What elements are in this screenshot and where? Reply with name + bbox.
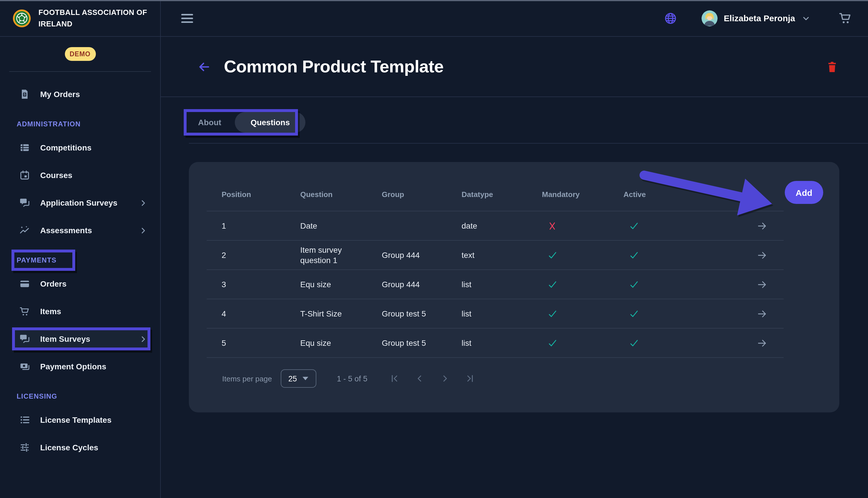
column-header-group: Group (367, 190, 447, 199)
pagination-range: 1 - 5 of 5 (337, 374, 367, 383)
items-per-page-label: Items per page (222, 374, 272, 383)
mandatory-x-icon (548, 221, 557, 231)
open-row-button[interactable] (757, 250, 768, 261)
cell-mandatory (527, 338, 609, 348)
globe-icon (664, 11, 677, 25)
cell-active (609, 309, 690, 318)
table-row[interactable]: 1 Date date (207, 211, 784, 241)
next-page-button[interactable] (440, 374, 450, 384)
cell-open (690, 279, 784, 290)
sidebar-item-license-cycles[interactable]: License Cycles (0, 434, 160, 461)
sidebar-item-items[interactable]: Items (0, 298, 160, 325)
sidebar-item-label: Assessments (40, 226, 92, 235)
mandatory-check-icon (548, 250, 557, 260)
add-question-button[interactable]: Add (785, 181, 823, 204)
cell-open (690, 338, 784, 349)
language-button[interactable] (664, 11, 677, 25)
sidebar-divider (9, 71, 151, 72)
table-row[interactable]: 3 Equ size Group 444 list (207, 270, 784, 299)
back-button[interactable] (198, 60, 211, 73)
sidebar-item-label: Payment Options (40, 362, 106, 371)
sliders-icon (19, 442, 30, 453)
column-header-position: Position (207, 190, 285, 199)
section-header-administration: ADMINISTRATION (0, 119, 160, 128)
page-body: DEMO $ My Orders ADMINISTRATION (0, 37, 868, 498)
first-page-button[interactable] (389, 374, 399, 384)
open-row-button[interactable] (757, 338, 768, 349)
cell-datatype: text (447, 250, 527, 260)
tabs-row: About Questions (161, 97, 868, 143)
trash-icon (827, 61, 838, 73)
page-size-select[interactable]: 25 (281, 369, 316, 388)
sidebar-item-label: License Cycles (40, 443, 98, 452)
sidebar-item-assessments[interactable]: Assessments (0, 217, 160, 244)
demo-badge: DEMO (65, 47, 96, 61)
receipt-dollar-icon: $ (19, 89, 30, 100)
list-bulleted-icon (19, 414, 30, 425)
sidebar-item-label: Courses (40, 171, 72, 180)
cell-question: T-Shirt Size (285, 309, 367, 319)
active-check-icon (629, 338, 639, 348)
fai-crest-icon (13, 9, 31, 27)
tab-questions[interactable]: Questions (235, 112, 306, 133)
cell-datatype: list (447, 309, 527, 318)
chevron-right-icon (139, 226, 148, 235)
brand-logo-block[interactable]: FOOTBALL ASSOCIATION OF IRELAND (0, 0, 161, 36)
open-row-button[interactable] (757, 220, 768, 231)
table-header-row: Position Question Group Datatype Mandato… (207, 162, 784, 211)
sidebar-item-label: Item Surveys (40, 334, 90, 343)
cell-group: Group 444 (367, 250, 447, 260)
pagination-bar: Items per page 25 1 - 5 of 5 (189, 358, 839, 388)
previous-page-button[interactable] (415, 374, 425, 384)
topbar-main: Elizabeta Peronja (161, 0, 868, 36)
delete-template-button[interactable] (827, 61, 838, 73)
sidebar-item-orders[interactable]: Orders (0, 270, 160, 298)
cell-question: Item survey question 1 (285, 245, 367, 266)
cell-group: Group test 5 (367, 309, 447, 318)
chevron-right-icon (139, 198, 148, 207)
last-page-button[interactable] (465, 374, 475, 384)
tab-group: About Questions (196, 112, 306, 133)
cell-group: Group test 5 (367, 338, 447, 348)
caret-down-icon (302, 377, 308, 380)
mandatory-check-icon (548, 309, 557, 318)
cart-button[interactable] (838, 11, 853, 25)
active-check-icon (629, 309, 639, 318)
avatar (702, 10, 718, 26)
cell-active (609, 279, 690, 289)
chevron-down-icon (801, 13, 811, 23)
sidebar-item-my-orders[interactable]: $ My Orders (0, 80, 160, 108)
app-window: FOOTBALL ASSOCIATION OF IRELAND (0, 0, 868, 498)
table-row[interactable]: 5 Equ size Group test 5 list (207, 329, 784, 358)
table-row[interactable]: 2 Item survey question 1 Group 444 text (207, 241, 784, 270)
shopping-cart-icon (19, 305, 30, 317)
sidebar-item-label: Orders (40, 279, 67, 288)
cell-mandatory (527, 221, 609, 231)
table-row[interactable]: 4 T-Shirt Size Group test 5 list (207, 299, 784, 329)
chat-survey-icon (19, 333, 30, 345)
questions-card: Add Position Question Group Datatype Man… (189, 162, 839, 412)
window-top-edge (0, 0, 868, 1)
user-menu[interactable]: Elizabeta Peronja (702, 10, 811, 26)
sidebar-item-label: My Orders (40, 90, 80, 99)
sidebar-item-item-surveys[interactable]: Item Surveys (0, 325, 160, 353)
sidebar-item-courses[interactable]: Courses (0, 161, 160, 189)
active-check-icon (629, 279, 639, 289)
cell-datatype: list (447, 280, 527, 289)
cell-datatype: list (447, 338, 527, 348)
sidebar-item-application-surveys[interactable]: Application Surveys (0, 189, 160, 217)
cell-question: Date (285, 221, 367, 231)
open-row-button[interactable] (757, 279, 768, 290)
menu-toggle-button[interactable] (181, 13, 193, 23)
tab-about[interactable]: About (196, 112, 223, 133)
sidebar-item-competitions[interactable]: Competitions (0, 134, 160, 161)
svg-text:$: $ (24, 92, 26, 96)
sidebar-item-license-templates[interactable]: License Templates (0, 406, 160, 434)
table-list-icon (19, 142, 30, 153)
sidebar-item-label: Competitions (40, 143, 92, 152)
sidebar-item-label: Items (40, 307, 61, 316)
open-row-button[interactable] (757, 308, 768, 319)
active-check-icon (629, 250, 639, 260)
mandatory-check-icon (548, 279, 557, 289)
sidebar-item-payment-options[interactable]: Payment Options (0, 353, 160, 380)
